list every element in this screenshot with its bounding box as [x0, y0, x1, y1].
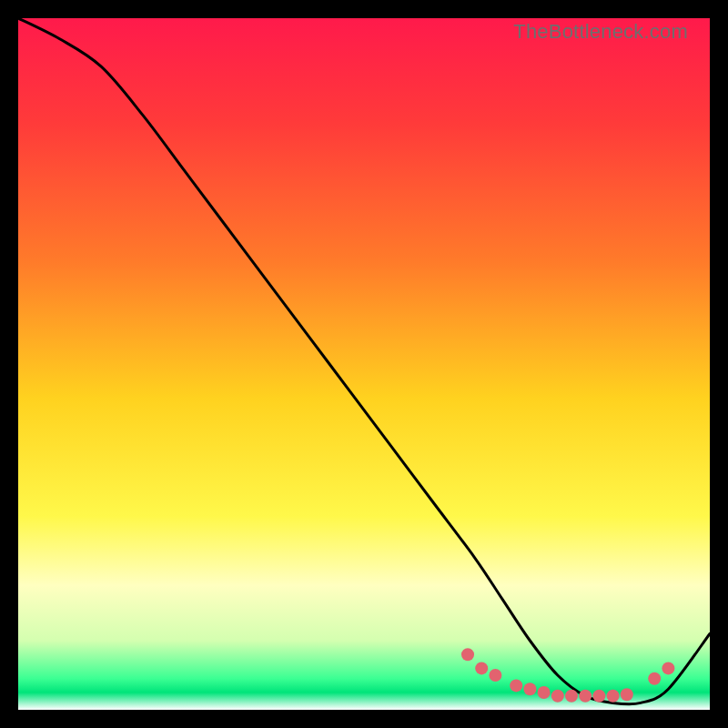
marker-dot	[489, 669, 501, 682]
marker-dot	[523, 682, 536, 695]
marker-dot	[579, 690, 592, 703]
marker-dot	[475, 662, 488, 674]
marker-dot	[607, 690, 620, 703]
bottleneck-chart	[18, 18, 710, 710]
watermark-label: TheBottleneck.com	[513, 20, 688, 44]
marker-dot	[648, 672, 661, 685]
chart-frame: TheBottleneck.com	[18, 18, 710, 710]
gradient-background	[18, 18, 710, 710]
marker-dot	[461, 648, 474, 661]
marker-dot	[551, 690, 564, 703]
marker-dot	[592, 690, 605, 703]
marker-dot	[510, 679, 522, 692]
marker-dot	[565, 690, 578, 703]
marker-dot	[538, 686, 551, 699]
marker-dot	[662, 662, 674, 674]
marker-dot	[621, 688, 633, 701]
